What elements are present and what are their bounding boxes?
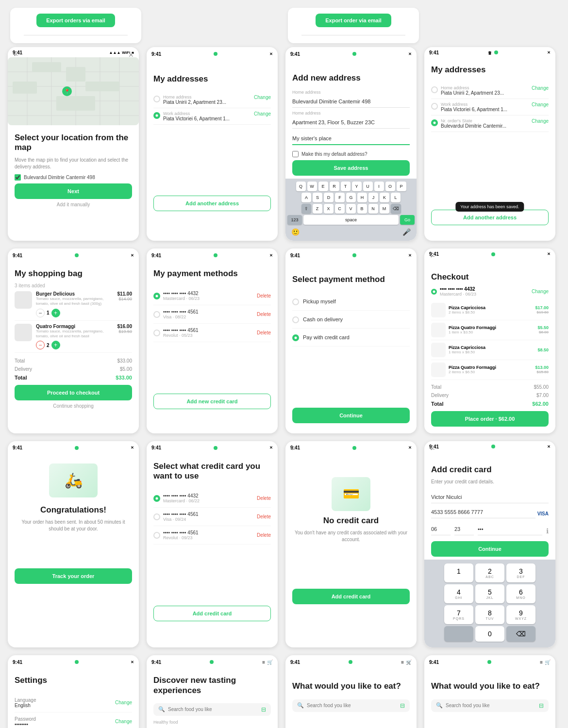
key-s[interactable]: S — [313, 193, 322, 202]
work-change-2[interactable]: Change — [532, 102, 549, 107]
delete-card-1[interactable]: Delete — [257, 293, 271, 298]
radio-card-3[interactable] — [153, 330, 160, 336]
qty-plus-2[interactable]: + — [51, 341, 60, 349]
add-address-btn-2[interactable]: Add another address — [431, 210, 549, 225]
lang-change[interactable]: Change — [115, 700, 132, 705]
address-checkbox[interactable] — [15, 174, 21, 181]
qty-plus-1[interactable]: + — [51, 309, 60, 317]
home-change-1[interactable]: Change — [254, 95, 271, 100]
key-o[interactable]: O — [385, 182, 395, 191]
older-change-2[interactable]: Change — [532, 118, 549, 124]
filter-icon-16[interactable]: ⊟ — [539, 702, 544, 709]
key-z[interactable]: Z — [313, 204, 322, 214]
radio-home-2[interactable] — [431, 86, 438, 93]
key-shift[interactable]: ⇧ — [301, 204, 311, 214]
icon-hamburger-15[interactable]: ≡ — [401, 660, 404, 665]
key-m[interactable]: M — [380, 204, 389, 214]
emoji-btn[interactable]: 🙂 — [291, 228, 300, 236]
delete-select-2[interactable]: Delete — [257, 514, 271, 519]
numpad-8[interactable]: 8TUV — [475, 605, 504, 624]
back-button-8[interactable]: ← — [429, 252, 436, 260]
add-credit-card-btn-2[interactable]: Add credit card — [153, 606, 271, 621]
card-number-input[interactable] — [431, 506, 535, 518]
option-card[interactable]: Pay with credit card — [292, 329, 410, 347]
radio-card-2[interactable] — [153, 311, 160, 318]
filter-icon-14[interactable]: ⊟ — [261, 706, 266, 713]
key-x[interactable]: X — [324, 204, 334, 214]
key-go[interactable]: Go — [400, 215, 415, 225]
save-address-btn[interactable]: Save address — [292, 160, 410, 176]
place-order-btn[interactable]: Place order · $62.00 — [431, 411, 549, 427]
radio-select-2[interactable] — [153, 513, 160, 520]
export-email-button-2[interactable]: Export order via email — [316, 14, 391, 27]
numpad-5[interactable]: 5JKL — [475, 584, 504, 603]
home-change-2[interactable]: Change — [532, 85, 549, 91]
filter-icon-15[interactable]: ⊟ — [400, 702, 405, 709]
key-r[interactable]: R — [330, 182, 339, 191]
place-name-input[interactable] — [292, 132, 410, 145]
track-order-btn[interactable]: Track your order — [15, 568, 132, 584]
numpad-9[interactable]: 9WXYZ — [506, 605, 535, 624]
option-pickup[interactable]: Pickup myself — [292, 293, 410, 311]
radio-select-3[interactable] — [153, 532, 160, 539]
card-name-input[interactable] — [431, 491, 549, 503]
back-button-11[interactable]: ← — [290, 445, 297, 453]
continue-payment-btn[interactable]: Continue — [292, 408, 410, 423]
icon-cart-14[interactable]: 🛒 — [267, 660, 273, 665]
key-v[interactable]: V — [346, 204, 356, 214]
key-123[interactable]: 123 — [287, 215, 302, 225]
radio-work-2[interactable] — [431, 103, 438, 110]
close-button-15[interactable]: ✕ — [406, 659, 412, 667]
key-l[interactable]: L — [391, 193, 401, 202]
key-e[interactable]: E — [318, 182, 328, 191]
continue-shopping-link[interactable]: Continue shopping — [15, 403, 132, 409]
key-j[interactable]: J — [368, 193, 378, 202]
key-backspace[interactable]: ⌫ — [391, 204, 401, 214]
delete-select-1[interactable]: Delete — [257, 496, 271, 501]
numpad-6[interactable]: 6MNO — [506, 584, 535, 603]
qty-minus-1[interactable]: − — [36, 309, 45, 317]
numpad-7[interactable]: 7PQRS — [444, 605, 473, 624]
next-button[interactable]: Next — [15, 183, 132, 199]
street-input[interactable] — [292, 96, 410, 108]
key-space[interactable]: space — [303, 215, 399, 225]
option-cash[interactable]: Cash on delivery — [292, 311, 410, 329]
key-u[interactable]: U — [363, 182, 373, 191]
icon-hamburger-14[interactable]: ≡ — [262, 660, 265, 665]
cvv-input[interactable] — [478, 523, 542, 535]
key-c[interactable]: C — [335, 204, 345, 214]
key-d[interactable]: D — [324, 193, 334, 202]
numpad-2[interactable]: 2ABC — [475, 563, 504, 582]
back-button-3[interactable]: ← — [290, 51, 297, 59]
back-button-16[interactable]: ← — [429, 659, 436, 667]
search-input-16[interactable] — [446, 703, 536, 708]
add-address-btn-1[interactable]: Add another address — [153, 196, 271, 211]
key-f[interactable]: F — [335, 193, 345, 202]
radio-card-pay[interactable] — [292, 334, 299, 341]
export-email-button-1[interactable]: Export orders via email — [36, 14, 115, 27]
radio-pickup[interactable] — [292, 298, 299, 305]
back-button-15[interactable]: ← — [290, 659, 297, 667]
add-manually-link[interactable]: Add it manually — [15, 202, 132, 207]
work-change-1[interactable]: Change — [254, 111, 271, 116]
key-a[interactable]: A — [301, 193, 311, 202]
numpad-1[interactable]: 1 — [444, 563, 473, 582]
key-w[interactable]: W — [307, 182, 317, 191]
back-button-7[interactable]: ← — [290, 252, 297, 260]
back-button-12[interactable]: ← — [429, 445, 436, 453]
exp-year-input[interactable] — [454, 523, 474, 535]
key-b[interactable]: B — [357, 204, 367, 214]
key-q[interactable]: Q — [296, 182, 306, 191]
numpad-0[interactable]: 0 — [475, 626, 504, 642]
qty-minus-2[interactable]: − — [36, 341, 45, 349]
search-input-14[interactable] — [168, 707, 258, 712]
numpad-backspace[interactable]: ⌫ — [506, 626, 535, 642]
key-n[interactable]: N — [368, 204, 378, 214]
delete-card-2[interactable]: Delete — [257, 312, 271, 317]
key-i[interactable]: I — [374, 182, 384, 191]
mic-btn[interactable]: 🎤 — [402, 228, 411, 236]
numpad-4[interactable]: 4GHI — [444, 584, 473, 603]
add-card-btn[interactable]: Add credit card — [292, 589, 410, 604]
radio-work-1[interactable] — [153, 112, 160, 119]
delete-card-3[interactable]: Delete — [257, 330, 271, 335]
